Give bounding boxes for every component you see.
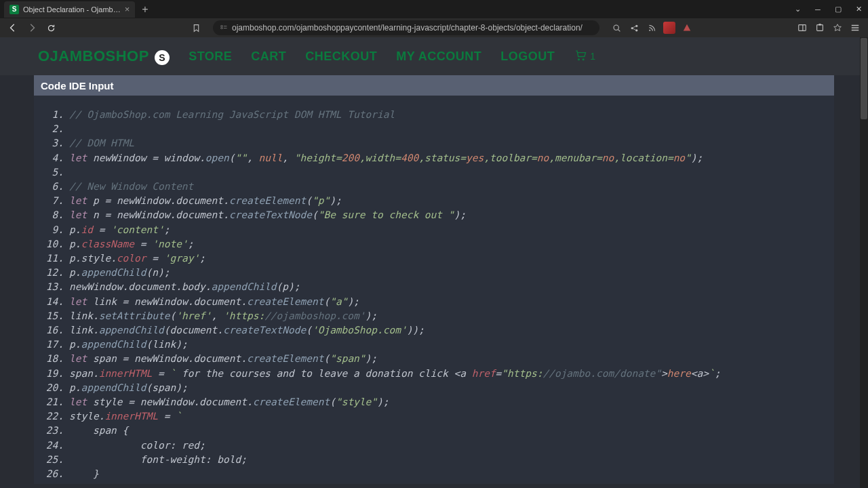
warning-icon[interactable] bbox=[679, 20, 694, 35]
line-number: 20 bbox=[42, 381, 64, 395]
svg-rect-7 bbox=[799, 25, 806, 31]
tab-close-icon[interactable]: × bbox=[125, 4, 130, 14]
line-number: 18 bbox=[42, 352, 64, 366]
line-number: 6 bbox=[42, 180, 64, 194]
code-text: } bbox=[69, 467, 99, 481]
code-text: p.style.color = 'gray'; bbox=[69, 251, 205, 266]
line-number: 10 bbox=[42, 237, 64, 251]
close-button[interactable]: ✕ bbox=[849, 1, 868, 18]
code-line: 19span.innerHTML = ` for the courses and… bbox=[42, 367, 826, 381]
bookmark-icon[interactable] bbox=[189, 20, 203, 35]
code-line: 17p.appendChild(link); bbox=[42, 338, 826, 352]
code-text: newWindow.document.body.appendChild(p); bbox=[69, 280, 300, 294]
code-line: 2 bbox=[42, 122, 826, 136]
code-text: // OjamboShop.com Learning JavaScript DO… bbox=[69, 108, 395, 122]
brand-logo[interactable]: OJAMBOSHOP S bbox=[38, 47, 170, 65]
menu-icon[interactable] bbox=[848, 20, 863, 35]
site-settings-icon[interactable] bbox=[220, 23, 228, 33]
code-line: 22style.innerHTML = ` bbox=[42, 409, 826, 424]
share-icon[interactable] bbox=[627, 20, 642, 35]
nav-link-store[interactable]: STORE bbox=[189, 49, 232, 64]
customize-icon[interactable] bbox=[830, 20, 845, 35]
line-number: 24 bbox=[42, 439, 64, 453]
chevron-down-icon[interactable]: ⌄ bbox=[788, 1, 807, 18]
window-controls: ⌄ ─ ▢ ✕ bbox=[788, 1, 868, 18]
code-line: 23 span { bbox=[42, 424, 826, 438]
code-text: style.innerHTML = ` bbox=[69, 409, 182, 424]
code-line: 7let p = newWindow.document.createElemen… bbox=[42, 194, 826, 208]
sidepanel-icon[interactable] bbox=[795, 20, 810, 35]
brand-badge-icon: S bbox=[155, 50, 170, 65]
back-button[interactable] bbox=[5, 20, 20, 35]
line-number: 8 bbox=[42, 208, 64, 222]
code-line: 26 } bbox=[42, 467, 826, 481]
line-number: 1 bbox=[42, 108, 64, 122]
code-text: p.appendChild(span); bbox=[69, 381, 188, 395]
cart-icon bbox=[574, 48, 587, 65]
zoom-icon[interactable] bbox=[609, 20, 624, 35]
code-line: 14let link = newWindow.document.createEl… bbox=[42, 295, 826, 309]
code-panel-header: Code IDE Input bbox=[34, 75, 834, 96]
line-number: 2 bbox=[42, 122, 64, 136]
line-number: 16 bbox=[42, 323, 64, 338]
code-text: p.id = 'content'; bbox=[69, 223, 170, 237]
line-number: 3 bbox=[42, 136, 64, 150]
reload-button[interactable] bbox=[43, 20, 58, 35]
code-line: 10p.className = 'note'; bbox=[42, 237, 826, 251]
panel-title: Code IDE Input bbox=[41, 80, 114, 92]
code-text: // DOM HTML bbox=[69, 136, 134, 150]
code-line: 4let newWindow = window.open("", null, "… bbox=[42, 151, 826, 165]
code-text: font-weight: bold; bbox=[69, 453, 247, 467]
code-text: p.appendChild(link); bbox=[69, 338, 188, 352]
nav-link-logout[interactable]: LOGOUT bbox=[500, 49, 555, 64]
maximize-button[interactable]: ▢ bbox=[829, 1, 848, 18]
code-line: 6// New Window Content bbox=[42, 180, 826, 194]
cart-button[interactable]: 1 bbox=[574, 48, 595, 65]
code-text: link.appendChild(document.createTextNode… bbox=[69, 323, 425, 338]
line-number: 21 bbox=[42, 395, 64, 409]
vertical-scrollbar[interactable] bbox=[860, 37, 868, 488]
svg-point-4 bbox=[635, 24, 637, 26]
code-text: p.appendChild(n); bbox=[69, 266, 170, 280]
extensions-icon[interactable] bbox=[812, 20, 827, 35]
code-text: let n = newWindow.document.createTextNod… bbox=[69, 208, 466, 222]
code-text: let span = newWindow.document.createElem… bbox=[69, 352, 377, 366]
url-bar[interactable]: ojamboshop.com/ojamboshoppaycontent/lear… bbox=[213, 20, 599, 35]
nav-link-account[interactable]: MY ACCOUNT bbox=[396, 49, 481, 64]
site-navigation: OJAMBOSHOP S STORE CART CHECKOUT MY ACCO… bbox=[0, 37, 868, 75]
line-number: 22 bbox=[42, 409, 64, 424]
new-tab-button[interactable]: + bbox=[142, 3, 148, 16]
forward-button[interactable] bbox=[24, 20, 39, 35]
code-line: 25 font-weight: bold; bbox=[42, 453, 826, 467]
scrollbar-thumb[interactable] bbox=[861, 38, 867, 119]
browser-tab[interactable]: S Object Declaration - Ojamb… × bbox=[4, 1, 135, 18]
line-number: 19 bbox=[42, 367, 64, 381]
code-line: 24 color: red; bbox=[42, 439, 826, 453]
code-line: 18let span = newWindow.document.createEl… bbox=[42, 352, 826, 366]
brand-text: OJAMBOSHOP bbox=[38, 47, 149, 64]
favicon-icon: S bbox=[9, 5, 19, 14]
code-editor[interactable]: 1// OjamboShop.com Learning JavaScript D… bbox=[34, 96, 834, 484]
page-content: OJAMBOSHOP S STORE CART CHECKOUT MY ACCO… bbox=[0, 37, 868, 488]
code-line: 20p.appendChild(span); bbox=[42, 381, 826, 395]
code-text: let p = newWindow.document.createElement… bbox=[69, 194, 342, 208]
code-line: 5 bbox=[42, 165, 826, 180]
nav-link-checkout[interactable]: CHECKOUT bbox=[305, 49, 377, 64]
minimize-button[interactable]: ─ bbox=[808, 1, 827, 18]
code-line: 13newWindow.document.body.appendChild(p)… bbox=[42, 280, 826, 294]
line-number: 9 bbox=[42, 223, 64, 237]
code-line: 16link.appendChild(document.createTextNo… bbox=[42, 323, 826, 338]
code-line: 1// OjamboShop.com Learning JavaScript D… bbox=[42, 108, 826, 122]
line-number: 23 bbox=[42, 424, 64, 438]
code-text: span.innerHTML = ` for the courses and t… bbox=[69, 367, 720, 381]
line-number: 25 bbox=[42, 453, 64, 467]
line-number: 17 bbox=[42, 338, 64, 352]
rss-icon[interactable] bbox=[644, 20, 659, 35]
code-text: let link = newWindow.document.createElem… bbox=[69, 295, 359, 309]
svg-point-5 bbox=[635, 29, 637, 31]
code-line: 11p.style.color = 'gray'; bbox=[42, 251, 826, 266]
shield-icon[interactable] bbox=[662, 20, 677, 35]
nav-link-cart[interactable]: CART bbox=[251, 49, 286, 64]
line-number: 4 bbox=[42, 151, 64, 165]
svg-rect-0 bbox=[221, 26, 223, 27]
